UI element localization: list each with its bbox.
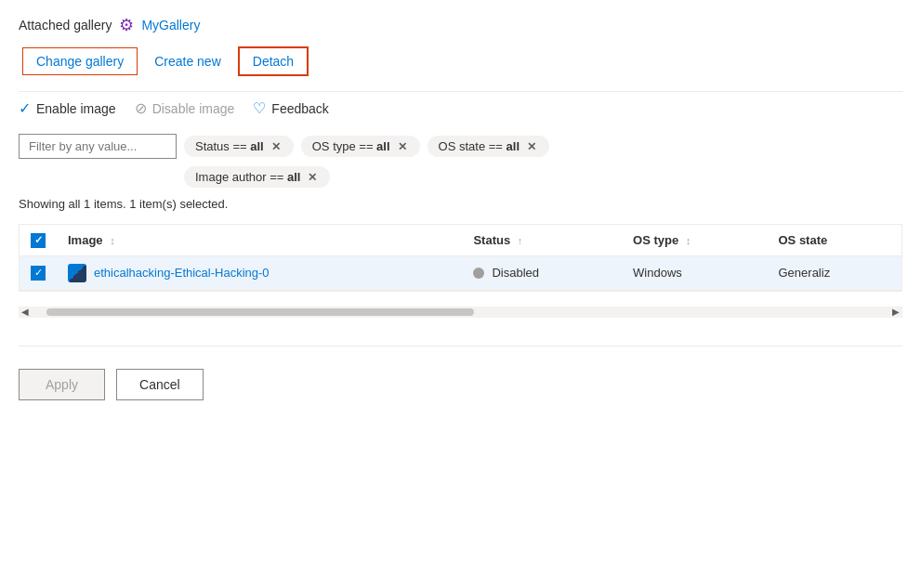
apply-button[interactable]: Apply bbox=[19, 369, 105, 400]
filter-row-2: Image author == all ✕ bbox=[184, 166, 902, 188]
row-checkbox[interactable]: ✓ bbox=[31, 266, 46, 281]
image-thumbnail-icon bbox=[68, 264, 86, 282]
os-state-filter-close[interactable]: ✕ bbox=[525, 140, 538, 153]
image-name-text: ethicalhacking-Ethical-Hacking-0 bbox=[94, 266, 270, 280]
image-author-filter-close[interactable]: ✕ bbox=[306, 171, 319, 184]
images-table: ✓ Image ↕ Status ↑ OS type ↕ bbox=[20, 225, 901, 291]
os-state-filter-chip: OS state == all ✕ bbox=[428, 136, 549, 157]
scrollbar-right-arrow[interactable]: ▶ bbox=[889, 307, 902, 318]
gallery-name-link[interactable]: MyGallery bbox=[141, 18, 200, 33]
create-new-button[interactable]: Create new bbox=[152, 48, 223, 74]
disable-image-label: Disable image bbox=[152, 101, 235, 116]
os-type-cell: Windows bbox=[622, 255, 767, 290]
feedback-toolbar-item[interactable]: ♡ Feedback bbox=[253, 99, 328, 117]
os-state-cell: Generaliz bbox=[768, 255, 902, 290]
image-name-cell: ethicalhacking-Ethical-Hacking-0 bbox=[57, 255, 462, 290]
disable-image-toolbar-item[interactable]: ⊘ Disable image bbox=[135, 99, 235, 117]
image-sort-icon: ↕ bbox=[110, 235, 115, 246]
attached-gallery-label: Attached gallery bbox=[19, 18, 112, 33]
os-type-filter-label: OS type == all bbox=[312, 139, 390, 153]
filter-input[interactable] bbox=[19, 134, 177, 159]
os-type-filter-chip: OS type == all ✕ bbox=[301, 136, 420, 157]
scrollbar-left-arrow[interactable]: ◀ bbox=[19, 307, 32, 318]
detach-button[interactable]: Detach bbox=[238, 46, 309, 76]
select-all-checkbox[interactable]: ✓ bbox=[31, 233, 46, 248]
os-state-text: Generaliz bbox=[779, 266, 831, 280]
header-row: Attached gallery ⚙ MyGallery bbox=[19, 15, 902, 35]
image-author-filter-chip: Image author == all ✕ bbox=[184, 166, 330, 188]
os-type-sort-icon: ↕ bbox=[686, 235, 691, 246]
scrollbar-thumb[interactable] bbox=[46, 308, 474, 316]
table-container: ✓ Image ↕ Status ↑ OS type ↕ bbox=[19, 224, 902, 292]
footer-row: Apply Cancel bbox=[19, 361, 902, 408]
change-gallery-button[interactable]: Change gallery bbox=[22, 47, 138, 75]
enable-image-label: Enable image bbox=[36, 101, 116, 116]
image-column-header[interactable]: Image ↕ bbox=[57, 225, 462, 255]
filter-row: Status == all ✕ OS type == all ✕ OS stat… bbox=[19, 134, 902, 159]
horizontal-scrollbar[interactable]: ◀ ▶ bbox=[19, 307, 902, 318]
os-type-text: Windows bbox=[633, 266, 682, 280]
checkmark-icon: ✓ bbox=[19, 99, 31, 117]
os-type-column-header[interactable]: OS type ↕ bbox=[622, 225, 767, 255]
status-sort-icon: ↑ bbox=[518, 235, 523, 246]
action-buttons-row: Change gallery Create new Detach bbox=[22, 46, 902, 76]
status-filter-label: Status == all bbox=[195, 139, 264, 153]
status-filter-chip: Status == all ✕ bbox=[184, 136, 294, 157]
image-author-filter-label: Image author == all bbox=[195, 170, 300, 184]
os-type-filter-close[interactable]: ✕ bbox=[396, 140, 409, 153]
status-column-header[interactable]: Status ↑ bbox=[462, 225, 622, 255]
status-text: Disabled bbox=[492, 266, 539, 280]
toolbar-row: ✓ Enable image ⊘ Disable image ♡ Feedbac… bbox=[19, 91, 902, 124]
gallery-icon: ⚙ bbox=[119, 15, 134, 35]
cancel-button[interactable]: Cancel bbox=[116, 369, 204, 400]
footer-divider bbox=[19, 346, 902, 346]
row-checkbox-cell: ✓ bbox=[20, 255, 57, 290]
ban-icon: ⊘ bbox=[135, 99, 147, 117]
items-count: Showing all 1 items. 1 item(s) selected. bbox=[19, 197, 902, 211]
table-row: ✓ ethicalhacking-Ethical-Hacking-0 Disab… bbox=[20, 255, 901, 290]
status-filter-close[interactable]: ✕ bbox=[270, 140, 283, 153]
heart-icon: ♡ bbox=[253, 99, 266, 117]
os-state-filter-label: OS state == all bbox=[439, 139, 520, 153]
header-checkbox-cell: ✓ bbox=[20, 225, 57, 255]
status-cell: Disabled bbox=[462, 255, 622, 290]
table-header-row: ✓ Image ↕ Status ↑ OS type ↕ bbox=[20, 225, 901, 255]
enable-image-toolbar-item[interactable]: ✓ Enable image bbox=[19, 99, 116, 117]
image-name-link[interactable]: ethicalhacking-Ethical-Hacking-0 bbox=[68, 264, 451, 282]
os-state-column-header: OS state bbox=[768, 225, 902, 255]
status-dot-icon bbox=[473, 268, 484, 279]
feedback-label: Feedback bbox=[271, 101, 328, 116]
